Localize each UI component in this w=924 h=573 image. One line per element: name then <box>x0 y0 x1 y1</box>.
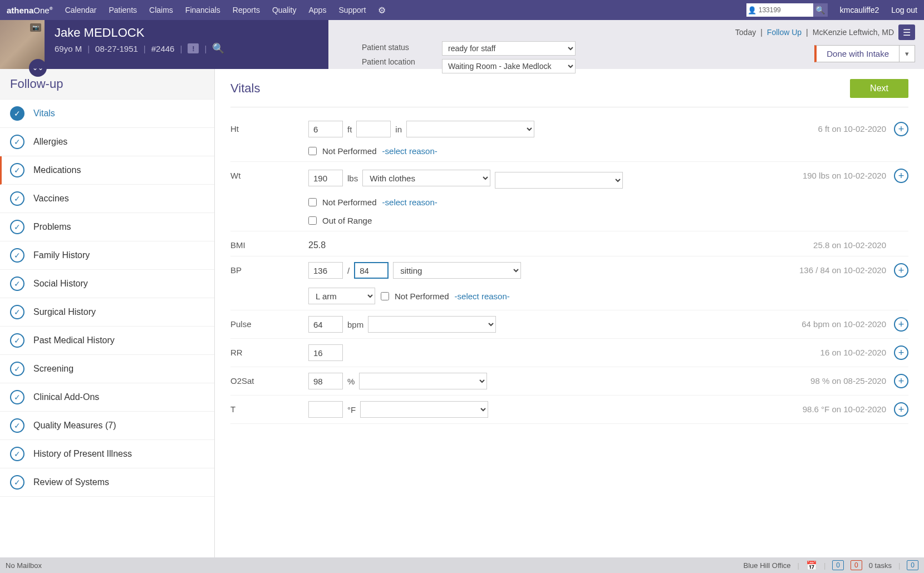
sidebar-item-surgical-history[interactable]: ✓Surgical History <box>0 298 214 327</box>
nav-financials[interactable]: Financials <box>185 6 220 14</box>
check-icon: ✓ <box>10 248 24 263</box>
temp-input[interactable] <box>308 401 343 418</box>
badge-blue-1[interactable]: 0 <box>832 560 844 570</box>
wt-out-of-range-label: Out of Range <box>322 216 372 225</box>
alert-icon[interactable]: ! <box>188 43 199 53</box>
wt-context-select[interactable]: With clothes <box>362 170 490 186</box>
sidebar-item-vaccines[interactable]: ✓Vaccines <box>0 185 214 213</box>
check-icon: ✓ <box>10 106 24 121</box>
context-type[interactable]: Follow Up <box>767 28 802 37</box>
sidebar-item-screening[interactable]: ✓Screening <box>0 355 214 383</box>
temp-add-button[interactable]: + <box>894 402 908 417</box>
sidebar-item-problems[interactable]: ✓Problems <box>0 213 214 241</box>
patient-search-icon[interactable]: 🔍 <box>212 42 224 55</box>
nav-patients[interactable]: Patients <box>109 6 137 14</box>
ht-ft-unit: ft <box>347 125 352 134</box>
nav-reports[interactable]: Reports <box>233 6 260 14</box>
patient-location-select[interactable]: Waiting Room - Jake Medlock <box>442 59 576 73</box>
done-dropdown-caret[interactable]: ▾ <box>900 45 915 62</box>
wt-label: Wt <box>230 167 308 180</box>
global-search-input[interactable] <box>746 3 813 17</box>
sidebar-item-label: Vitals <box>33 108 55 118</box>
ht-not-performed-checkbox[interactable] <box>308 147 317 155</box>
sidebar-item-social-history[interactable]: ✓Social History <box>0 270 214 298</box>
temp-unit: °F <box>347 405 356 414</box>
patient-header: 📷 ⌄⌄ Jake MEDLOCK 69yo M| 08-27-1951| #2… <box>0 20 924 69</box>
bmi-value: 25.8 <box>308 237 326 250</box>
pulse-input[interactable] <box>308 316 343 333</box>
bp-site-select[interactable]: L arm <box>308 288 375 304</box>
ht-context-select[interactable] <box>406 121 534 137</box>
logout-link[interactable]: Log out <box>891 6 917 14</box>
expand-chevron-icon[interactable]: ⌄⌄ <box>29 59 47 77</box>
sidebar-item-label: Allergies <box>33 137 67 147</box>
menu-icon[interactable]: ☰ <box>898 24 915 40</box>
tasks-count[interactable]: 0 tasks <box>869 561 892 570</box>
calendar-icon[interactable]: 📅 <box>806 560 817 571</box>
ht-ft-input[interactable] <box>308 121 343 137</box>
status-bar: No Mailbox Blue Hill Office | 📅 | 0 0 0 … <box>0 557 924 573</box>
sidebar-item-past-medical-history[interactable]: ✓Past Medical History <box>0 327 214 355</box>
bp-select-reason-link[interactable]: -select reason- <box>455 292 510 301</box>
nav-apps[interactable]: Apps <box>308 6 326 14</box>
mailbox-status: No Mailbox <box>6 561 42 570</box>
patient-photo[interactable]: 📷 ⌄⌄ <box>0 20 45 69</box>
sidebar-item-allergies[interactable]: ✓Allergies <box>0 128 214 156</box>
bp-diastolic-input[interactable] <box>354 262 389 279</box>
bp-not-performed-checkbox[interactable] <box>381 292 389 300</box>
done-with-intake-button[interactable]: Done with Intake <box>814 45 900 62</box>
sidebar-item-label: Vaccines <box>33 194 69 204</box>
pulse-unit: bpm <box>347 320 363 329</box>
rr-input[interactable] <box>308 344 343 361</box>
pulse-add-button[interactable]: + <box>894 317 908 332</box>
ht-in-input[interactable] <box>356 121 391 137</box>
rr-add-button[interactable]: + <box>894 345 908 360</box>
settings-gear-icon[interactable]: ⚙ <box>378 5 386 16</box>
wt-extra-select[interactable] <box>495 172 623 189</box>
username[interactable]: kmcauliffe2 <box>840 6 879 14</box>
sidebar-item-medications[interactable]: ✓Medications <box>0 156 214 185</box>
sidebar-item-vitals[interactable]: ✓Vitals <box>0 100 214 128</box>
temp-context-select[interactable] <box>360 401 488 418</box>
badge-blue-2[interactable]: 0 <box>907 560 918 570</box>
wt-out-of-range-checkbox[interactable] <box>308 216 317 225</box>
sidebar-item-family-history[interactable]: ✓Family History <box>0 241 214 270</box>
sidebar-item-quality-measures-7-[interactable]: ✓Quality Measures (7) <box>0 412 214 440</box>
o2-add-button[interactable]: + <box>894 374 908 388</box>
sidebar-item-label: Problems <box>33 222 71 232</box>
sidebar-item-clinical-add-ons[interactable]: ✓Clinical Add-Ons <box>0 383 214 412</box>
ht-add-button[interactable]: + <box>894 122 908 136</box>
patient-status-select[interactable]: ready for staff <box>442 41 576 56</box>
sidebar-item-label: Past Medical History <box>33 335 115 345</box>
office-name[interactable]: Blue Hill Office <box>744 561 791 570</box>
next-button[interactable]: Next <box>850 79 908 98</box>
check-icon: ✓ <box>10 475 24 490</box>
vital-row-bmi: BMI 25.8 25.8 on 10-02-2020 <box>230 231 908 256</box>
pulse-label: Pulse <box>230 316 308 329</box>
wt-input[interactable] <box>308 170 343 186</box>
badge-red[interactable]: 0 <box>851 560 862 570</box>
bp-add-button[interactable]: + <box>894 263 908 278</box>
global-search-button[interactable]: 🔍 <box>813 3 828 17</box>
camera-icon[interactable]: 📷 <box>30 23 41 32</box>
nav-support[interactable]: Support <box>338 6 366 14</box>
ht-select-reason-link[interactable]: -select reason- <box>382 146 438 156</box>
bp-systolic-input[interactable] <box>308 262 343 279</box>
o2-input[interactable] <box>308 373 343 389</box>
content-panel: Vitals Next Ht ft in Not Performed -sele… <box>215 69 924 557</box>
nav-quality[interactable]: Quality <box>272 6 297 14</box>
wt-add-button[interactable]: + <box>894 169 908 183</box>
check-icon: ✓ <box>10 163 24 177</box>
bp-position-select[interactable]: sitting <box>393 262 521 279</box>
sidebar-item-review-of-systems[interactable]: ✓Review of Systems <box>0 468 214 497</box>
pulse-context-select[interactable] <box>368 316 496 333</box>
check-icon: ✓ <box>10 390 24 404</box>
nav-calendar[interactable]: Calendar <box>65 6 97 14</box>
wt-select-reason-link[interactable]: -select reason- <box>382 197 438 207</box>
check-icon: ✓ <box>10 447 24 461</box>
sidebar-item-history-of-present-illness[interactable]: ✓History of Present Illness <box>0 440 214 468</box>
wt-not-performed-checkbox[interactable] <box>308 198 317 206</box>
nav-claims[interactable]: Claims <box>149 6 173 14</box>
o2-previous: 98 % on 08-25-2020 <box>730 373 886 386</box>
o2-context-select[interactable] <box>359 373 487 389</box>
